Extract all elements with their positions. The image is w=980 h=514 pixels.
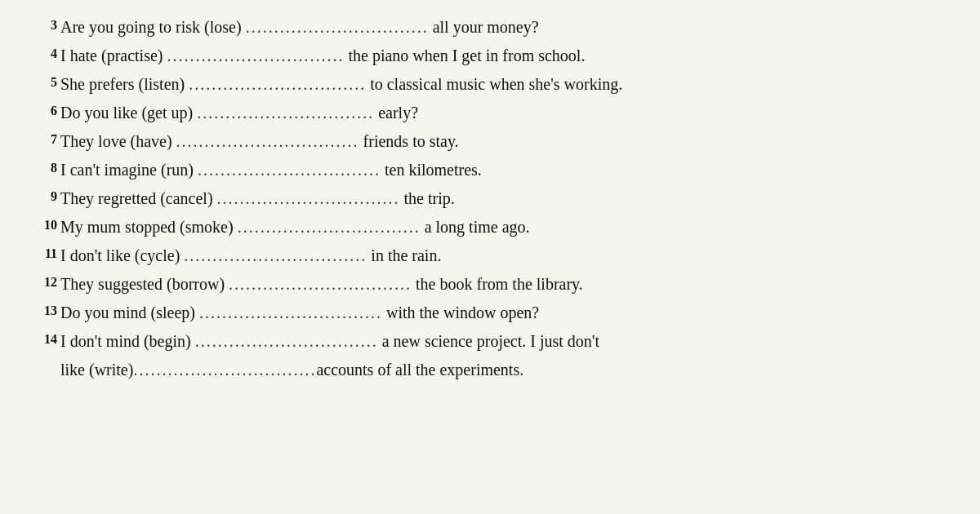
list-item: 4I hate (practise) .....................… xyxy=(33,43,947,69)
item-content: They love (have) .......................… xyxy=(60,129,947,154)
list-item: 8I can't imagine (run) .................… xyxy=(33,157,947,183)
item-dots: ................................ xyxy=(229,272,412,297)
item-number: 6 xyxy=(33,101,57,122)
item-text-before: I don't mind (begin) xyxy=(60,332,195,350)
list-item: 3Are you going to risk (lose) ..........… xyxy=(33,15,947,40)
list-item: 13Do you mind (sleep) ..................… xyxy=(33,300,947,326)
list-item: 5She prefers (listen) ..................… xyxy=(33,72,947,97)
item-content: I can't imagine (run) ..................… xyxy=(60,157,947,183)
item-text-after: a long time ago. xyxy=(421,218,530,236)
item-number: 13 xyxy=(33,301,57,321)
list-item: 14I don't mind (begin) .................… xyxy=(33,329,947,354)
list-item: 6Do you like (get up) ..................… xyxy=(33,100,947,126)
item-number: 7 xyxy=(33,130,57,150)
item-text-before: I can't imagine (run) xyxy=(60,161,198,179)
list-item: 9They regretted (cancel) ...............… xyxy=(33,186,947,211)
item-dots: ................................ xyxy=(198,157,381,183)
item-text-before: Are you going to risk (lose) xyxy=(60,18,246,36)
item-number: 8 xyxy=(33,158,57,179)
item-content: Do you like (get up) ...................… xyxy=(60,100,947,126)
exercise-list: 3Are you going to risk (lose) ..........… xyxy=(33,15,947,386)
continuation-text-after: accounts of all the experiments. xyxy=(316,357,523,383)
item-dots: ................................ xyxy=(238,215,421,240)
item-text-before: My mum stopped (smoke) xyxy=(60,218,238,236)
list-item: 12They suggested (borrow) ..............… xyxy=(33,272,947,297)
item-dots: ................................ xyxy=(199,300,382,326)
item-content: I don't mind (begin) ...................… xyxy=(60,329,947,354)
item-dots: ............................... xyxy=(189,72,366,97)
list-item: 11I don't like (cycle) .................… xyxy=(33,243,947,268)
item-text-before: They love (have) xyxy=(60,132,176,150)
item-dots: ............................... xyxy=(167,43,344,69)
item-number: 3 xyxy=(33,16,57,36)
item-text-after: to classical music when she's working. xyxy=(366,75,622,93)
list-item: 10My mum stopped (smoke) ...............… xyxy=(33,215,947,240)
item-content: She prefers (listen) ...................… xyxy=(60,72,947,97)
item-dots: ............................... xyxy=(197,100,374,126)
item-text-before: She prefers (listen) xyxy=(60,75,189,93)
item-dots: ................................ xyxy=(217,186,400,211)
item-text-after: friends to stay. xyxy=(359,132,459,150)
item-text-after: a new science project. I just don't xyxy=(378,332,599,350)
continuation-text-before: like (write) xyxy=(60,357,133,383)
item-text-after: in the rain. xyxy=(367,246,441,264)
item-content: My mum stopped (smoke) .................… xyxy=(60,215,947,240)
item-number: 10 xyxy=(33,215,57,236)
item-text-before: Do you mind (sleep) xyxy=(60,304,199,321)
item-text-before: I hate (practise) xyxy=(60,47,167,64)
item-number: 12 xyxy=(33,273,57,293)
item-dots: ................................ xyxy=(184,243,367,268)
item-content: Are you going to risk (lose) ...........… xyxy=(60,15,947,40)
item-text-before: Do you like (get up) xyxy=(60,104,197,122)
item-content: Do you mind (sleep) ....................… xyxy=(60,300,947,326)
item-text-after: the book from the library. xyxy=(412,275,583,293)
item-text-after: early? xyxy=(374,104,418,122)
item-content: They regretted (cancel) ................… xyxy=(60,186,947,211)
list-item: 7They love (have) ......................… xyxy=(33,129,947,154)
item-text-after: the piano when I get in from school. xyxy=(344,47,585,64)
item-text-after: with the window open? xyxy=(382,304,539,321)
item-number: 11 xyxy=(33,244,57,264)
item-number: 14 xyxy=(33,330,57,350)
continuation-dots: ................................ xyxy=(133,357,316,383)
item-content: I hate (practise) ......................… xyxy=(60,43,947,69)
item-text-after: ten kilometres. xyxy=(381,161,482,179)
item-number: 5 xyxy=(33,73,57,93)
item-number: 4 xyxy=(33,44,57,64)
item-text-after: all your money? xyxy=(429,18,539,36)
item-text-before: They suggested (borrow) xyxy=(60,275,229,293)
item-dots: ................................ xyxy=(246,15,429,40)
item-text-after: the trip. xyxy=(400,189,455,207)
item-dots: ................................ xyxy=(176,129,359,154)
item-content: They suggested (borrow) ................… xyxy=(60,272,947,297)
item-text-before: They regretted (cancel) xyxy=(60,189,217,207)
item-text-before: I don't like (cycle) xyxy=(60,246,184,264)
item-dots: ................................ xyxy=(195,329,378,354)
item-number: 9 xyxy=(33,187,57,207)
continuation-item: like (write) ...........................… xyxy=(33,357,947,383)
item-content: I don't like (cycle) ...................… xyxy=(60,243,947,268)
